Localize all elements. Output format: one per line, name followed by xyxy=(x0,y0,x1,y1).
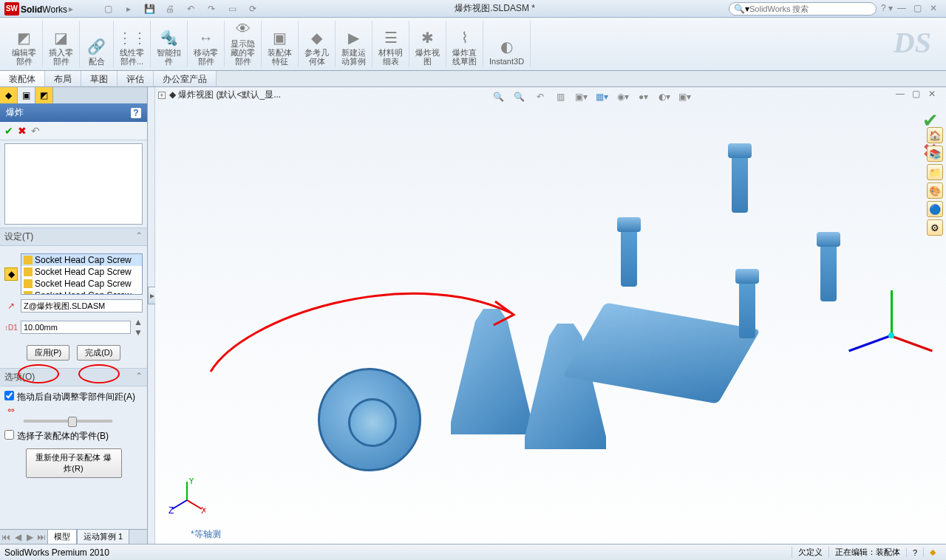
reverse-direction-icon[interactable]: ↗ xyxy=(4,299,18,313)
print-icon[interactable]: 🖨 xyxy=(162,1,178,16)
foot-prev-icon[interactable]: ◀ xyxy=(12,532,24,542)
tab-sketch[interactable]: 草图 xyxy=(81,71,118,86)
maximize-icon[interactable]: ▢ xyxy=(913,3,927,15)
panel-splitter[interactable]: ▸ xyxy=(148,87,155,544)
status-rebuild-icon[interactable]: ◆ xyxy=(923,547,942,557)
ok-icon[interactable]: ✔ xyxy=(4,125,13,137)
direction-input[interactable] xyxy=(21,299,143,313)
taskpane-library-icon[interactable]: 📚 xyxy=(927,146,943,162)
explode-steps-list[interactable] xyxy=(4,143,143,225)
ribbon-smart-fastener[interactable]: 🔩智能扣 件 xyxy=(151,21,188,67)
pmgr-help-icon[interactable]: ? xyxy=(131,108,141,118)
taskpane-custom-icon[interactable]: ⚙ xyxy=(927,219,943,236)
ribbon-linear-pattern[interactable]: ⋮⋮线性零 部件... xyxy=(114,21,151,67)
pmgr-tab-property[interactable]: ▣ xyxy=(18,87,35,103)
cancel-icon[interactable]: ✖ xyxy=(18,125,27,137)
status-bar: SolidWorks Premium 2010 欠定义 正在编辑：装配体 ? ◆ xyxy=(0,544,946,560)
tree-expand-icon[interactable]: + xyxy=(158,92,166,99)
ribbon-explode-view[interactable]: ✱爆炸视 图 xyxy=(409,21,446,67)
tab-evaluate[interactable]: 评估 xyxy=(118,71,154,86)
ribbon-new-motion[interactable]: ▶新建运 动算例 xyxy=(336,21,372,67)
list-item[interactable]: Socket Head Cap Screw xyxy=(21,290,142,295)
tree-root-label[interactable]: 爆炸视图 (默认<默认_显... xyxy=(178,89,281,100)
tab-assembly[interactable]: 装配体 xyxy=(0,71,45,86)
select-sub-checkbox[interactable]: 选择子装配体的零件(B) xyxy=(4,428,143,444)
heads-up-toolbar: 🔍 🔍 ↶ ▥ ▣▾ ▦▾ ◉▾ ●▾ ◐▾ ▣▾ xyxy=(489,87,695,106)
doc-close-icon[interactable]: ✕ xyxy=(928,89,942,99)
svg-line-4 xyxy=(172,500,187,509)
doc-restore-icon[interactable]: ▢ xyxy=(912,89,925,99)
select-icon[interactable]: ▭ xyxy=(224,1,240,16)
graphics-area[interactable]: + ◆ 爆炸视图 (默认<默认_显... 🔍 🔍 ↶ ▥ ▣▾ ▦▾ ◉▾ ●▾… xyxy=(155,87,946,544)
auto-space-checkbox[interactable]: 拖动后自动调整零部件间距(A) xyxy=(4,389,143,405)
ribbon-instant3d[interactable]: ◐Instant3D xyxy=(483,21,531,67)
ribbon-edit-component[interactable]: ◩编辑零 部件 xyxy=(6,21,43,67)
new-file-icon[interactable]: ▢ xyxy=(100,1,116,16)
part-bracket-1[interactable] xyxy=(451,309,532,434)
help-icon[interactable]: ? ▾ xyxy=(881,3,894,15)
ribbon-move-component[interactable]: ↔移动零 部件 xyxy=(188,21,225,67)
search-input[interactable] xyxy=(749,4,871,13)
collapse-options-icon[interactable]: ⌃ xyxy=(135,371,143,383)
ribbon-insert-component[interactable]: ◪插入零 部件 xyxy=(43,21,80,67)
part-wheel[interactable] xyxy=(318,368,421,471)
part-screw[interactable] xyxy=(739,279,755,338)
zoom-fit-icon[interactable]: 🔍 xyxy=(491,89,507,105)
doc-minimize-icon[interactable]: — xyxy=(896,89,909,99)
tab-layout[interactable]: 布局 xyxy=(45,71,81,86)
ribbon-ref-geometry[interactable]: ◆参考几 何体 xyxy=(299,21,336,67)
foot-tab-motion[interactable]: 运动算例 1 xyxy=(77,530,129,544)
minimize-icon[interactable]: — xyxy=(897,3,911,15)
taskpane-explorer-icon[interactable]: 📁 xyxy=(927,164,943,180)
task-pane-tabs: 🏠 📚 📁 🎨 🔵 ⚙ xyxy=(927,127,945,236)
pmgr-tab-config[interactable]: ◩ xyxy=(35,87,53,103)
tab-office[interactable]: 办公室产品 xyxy=(154,71,217,86)
hide-show-icon[interactable]: ◉▾ xyxy=(615,89,631,105)
ribbon-explode-sketch[interactable]: ⌇爆炸直 线草图 xyxy=(446,21,483,67)
section-view-icon[interactable]: ▥ xyxy=(553,89,569,105)
foot-next-icon[interactable]: ▶ xyxy=(24,532,35,542)
taskpane-home-icon[interactable]: 🏠 xyxy=(927,127,943,143)
display-style-icon[interactable]: ▦▾ xyxy=(594,89,610,105)
status-help-icon[interactable]: ? xyxy=(906,548,923,557)
part-screw[interactable] xyxy=(820,242,837,301)
undo-step-icon[interactable]: ↶ xyxy=(31,125,40,137)
list-item[interactable]: Socket Head Cap Screw xyxy=(21,278,142,290)
list-item[interactable]: Socket Head Cap Screw xyxy=(21,254,142,266)
apply-button[interactable]: 应用(P) xyxy=(27,345,70,361)
part-screw[interactable] xyxy=(621,228,637,287)
scene-icon[interactable]: ◐▾ xyxy=(656,89,673,105)
spinner-icon[interactable]: ▲▼ xyxy=(134,317,143,338)
search-box[interactable]: 🔍▾ xyxy=(729,2,877,16)
ribbon-assembly-feature[interactable]: ▣装配体 特征 xyxy=(262,21,299,67)
rebuild-icon[interactable]: ⟳ xyxy=(245,1,261,16)
undo-icon[interactable]: ↶ xyxy=(183,1,199,16)
foot-tab-model[interactable]: 模型 xyxy=(47,530,77,544)
ribbon-show-hidden[interactable]: 👁显示隐 藏的零 部件 xyxy=(225,21,262,67)
reuse-subassembly-button[interactable]: 重新使用子装配体 爆炸(R) xyxy=(26,448,122,478)
menu-dropdown-icon[interactable]: ▸ xyxy=(69,4,73,14)
ribbon-mate[interactable]: 🔗配合 xyxy=(80,21,114,67)
part-screw[interactable] xyxy=(732,154,748,213)
component-list[interactable]: Socket Head Cap Screw Socket Head Cap Sc… xyxy=(21,253,143,295)
distance-input[interactable] xyxy=(21,321,131,334)
prev-view-icon[interactable]: ↶ xyxy=(532,89,548,105)
taskpane-appearance-icon[interactable]: 🔵 xyxy=(927,201,943,217)
spacing-slider[interactable] xyxy=(24,420,112,423)
done-button[interactable]: 完成(D) xyxy=(77,345,120,361)
close-icon[interactable]: ✕ xyxy=(930,3,943,15)
ribbon-bom[interactable]: ☰材料明 细表 xyxy=(372,21,409,67)
view-orient-icon[interactable]: ▣▾ xyxy=(574,89,590,105)
collapse-settings-icon[interactable]: ⌃ xyxy=(135,231,143,243)
foot-last-icon[interactable]: ⏭ xyxy=(35,532,47,542)
view-settings-icon[interactable]: ▣▾ xyxy=(677,89,693,105)
taskpane-palette-icon[interactable]: 🎨 xyxy=(927,182,943,199)
save-icon[interactable]: 💾 xyxy=(141,1,157,16)
foot-first-icon[interactable]: ⏮ xyxy=(0,532,12,542)
appearance-icon[interactable]: ●▾ xyxy=(636,89,652,105)
zoom-area-icon[interactable]: 🔍 xyxy=(511,89,528,105)
list-item[interactable]: Socket Head Cap Screw xyxy=(21,266,142,278)
pmgr-tab-feature[interactable]: ◆ xyxy=(0,87,18,103)
redo-icon[interactable]: ↷ xyxy=(203,1,220,16)
open-file-icon[interactable]: ▸ xyxy=(120,1,137,16)
